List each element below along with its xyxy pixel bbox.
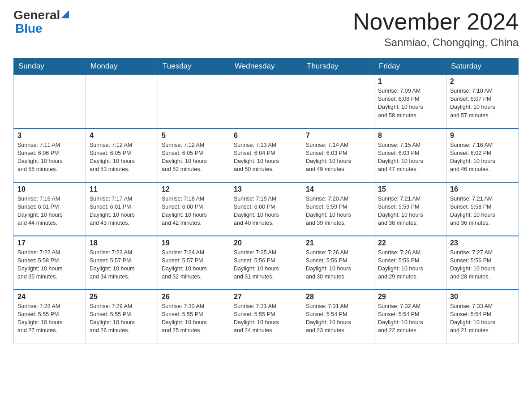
day-info: Sunrise: 7:26 AM Sunset: 5:56 PM Dayligh… xyxy=(306,248,370,281)
day-info: Sunrise: 7:26 AM Sunset: 5:56 PM Dayligh… xyxy=(378,248,442,281)
calendar-week-5: 24Sunrise: 7:28 AM Sunset: 5:55 PM Dayli… xyxy=(14,290,519,343)
day-number: 20 xyxy=(234,239,298,247)
day-info: Sunrise: 7:21 AM Sunset: 5:58 PM Dayligh… xyxy=(450,195,515,227)
day-info: Sunrise: 7:23 AM Sunset: 5:57 PM Dayligh… xyxy=(90,248,154,281)
calendar-cell: 20Sunrise: 7:25 AM Sunset: 5:56 PM Dayli… xyxy=(230,236,302,290)
day-info: Sunrise: 7:32 AM Sunset: 5:54 PM Dayligh… xyxy=(378,302,442,335)
weekday-header-tuesday: Tuesday xyxy=(158,58,230,75)
calendar-cell xyxy=(14,75,86,128)
calendar-cell: 26Sunrise: 7:30 AM Sunset: 5:55 PM Dayli… xyxy=(158,290,230,343)
calendar-week-1: 1Sunrise: 7:09 AM Sunset: 6:08 PM Daylig… xyxy=(14,75,519,128)
day-number: 10 xyxy=(17,185,82,193)
day-info: Sunrise: 7:13 AM Sunset: 6:04 PM Dayligh… xyxy=(234,141,298,174)
calendar-cell: 17Sunrise: 7:22 AM Sunset: 5:58 PM Dayli… xyxy=(14,236,86,290)
day-number: 15 xyxy=(378,185,442,193)
day-number: 2 xyxy=(450,77,515,86)
logo: General Blue xyxy=(13,9,69,36)
weekday-header-thursday: Thursday xyxy=(302,58,374,75)
day-info: Sunrise: 7:18 AM Sunset: 6:00 PM Dayligh… xyxy=(162,195,226,227)
day-number: 9 xyxy=(450,132,515,140)
calendar-cell: 22Sunrise: 7:26 AM Sunset: 5:56 PM Dayli… xyxy=(374,236,446,290)
day-info: Sunrise: 7:24 AM Sunset: 5:57 PM Dayligh… xyxy=(162,248,226,281)
day-info: Sunrise: 7:25 AM Sunset: 5:56 PM Dayligh… xyxy=(234,248,298,281)
day-info: Sunrise: 7:16 AM Sunset: 6:02 PM Dayligh… xyxy=(450,141,515,174)
day-info: Sunrise: 7:12 AM Sunset: 6:05 PM Dayligh… xyxy=(90,141,154,174)
day-info: Sunrise: 7:33 AM Sunset: 5:54 PM Dayligh… xyxy=(450,302,515,335)
day-number: 17 xyxy=(17,239,82,247)
logo-general: General xyxy=(13,9,60,21)
calendar-cell: 19Sunrise: 7:24 AM Sunset: 5:57 PM Dayli… xyxy=(158,236,230,290)
page-header: General Blue November 2024 Sanmiao, Chon… xyxy=(13,9,519,49)
day-info: Sunrise: 7:10 AM Sunset: 6:07 PM Dayligh… xyxy=(450,87,515,120)
day-info: Sunrise: 7:21 AM Sunset: 5:59 PM Dayligh… xyxy=(378,195,442,227)
day-number: 7 xyxy=(306,132,370,140)
logo-blue: Blue xyxy=(15,21,43,35)
weekday-header-saturday: Saturday xyxy=(446,58,519,75)
day-number: 28 xyxy=(306,293,370,301)
day-number: 30 xyxy=(450,293,515,301)
calendar-cell xyxy=(230,75,302,128)
day-info: Sunrise: 7:19 AM Sunset: 6:00 PM Dayligh… xyxy=(234,195,298,227)
calendar-cell xyxy=(302,75,374,128)
calendar-cell: 3Sunrise: 7:11 AM Sunset: 6:06 PM Daylig… xyxy=(14,128,86,182)
calendar-cell: 14Sunrise: 7:20 AM Sunset: 5:59 PM Dayli… xyxy=(302,182,374,236)
calendar-cell: 8Sunrise: 7:15 AM Sunset: 6:03 PM Daylig… xyxy=(374,128,446,182)
calendar-cell: 25Sunrise: 7:29 AM Sunset: 5:55 PM Dayli… xyxy=(86,290,158,343)
calendar-cell: 24Sunrise: 7:28 AM Sunset: 5:55 PM Dayli… xyxy=(14,290,86,343)
day-info: Sunrise: 7:14 AM Sunset: 6:03 PM Dayligh… xyxy=(306,141,370,174)
day-number: 14 xyxy=(306,185,370,193)
calendar-week-4: 17Sunrise: 7:22 AM Sunset: 5:58 PM Dayli… xyxy=(14,236,519,290)
calendar-cell: 2Sunrise: 7:10 AM Sunset: 6:07 PM Daylig… xyxy=(446,75,519,128)
calendar-cell: 5Sunrise: 7:12 AM Sunset: 6:05 PM Daylig… xyxy=(158,128,230,182)
day-info: Sunrise: 7:31 AM Sunset: 5:55 PM Dayligh… xyxy=(234,302,298,335)
day-number: 26 xyxy=(162,293,226,301)
calendar-cell: 18Sunrise: 7:23 AM Sunset: 5:57 PM Dayli… xyxy=(86,236,158,290)
day-info: Sunrise: 7:15 AM Sunset: 6:03 PM Dayligh… xyxy=(378,141,442,174)
day-number: 23 xyxy=(450,239,515,247)
day-number: 5 xyxy=(162,132,226,140)
day-info: Sunrise: 7:17 AM Sunset: 6:01 PM Dayligh… xyxy=(90,195,154,227)
calendar-cell xyxy=(158,75,230,128)
day-number: 12 xyxy=(162,185,226,193)
day-number: 21 xyxy=(306,239,370,247)
day-info: Sunrise: 7:11 AM Sunset: 6:06 PM Dayligh… xyxy=(17,141,82,174)
calendar-cell: 27Sunrise: 7:31 AM Sunset: 5:55 PM Dayli… xyxy=(230,290,302,343)
day-number: 16 xyxy=(450,185,515,193)
day-info: Sunrise: 7:16 AM Sunset: 6:01 PM Dayligh… xyxy=(17,195,82,227)
day-info: Sunrise: 7:09 AM Sunset: 6:08 PM Dayligh… xyxy=(378,87,442,120)
day-number: 6 xyxy=(234,132,298,140)
weekday-header-monday: Monday xyxy=(86,58,158,75)
day-number: 4 xyxy=(90,132,154,140)
location: Sanmiao, Chongqing, China xyxy=(353,36,519,49)
day-number: 13 xyxy=(234,185,298,193)
calendar-cell: 16Sunrise: 7:21 AM Sunset: 5:58 PM Dayli… xyxy=(446,182,519,236)
calendar-cell: 13Sunrise: 7:19 AM Sunset: 6:00 PM Dayli… xyxy=(230,182,302,236)
calendar-cell: 30Sunrise: 7:33 AM Sunset: 5:54 PM Dayli… xyxy=(446,290,519,343)
svg-marker-0 xyxy=(61,10,69,18)
day-info: Sunrise: 7:27 AM Sunset: 5:56 PM Dayligh… xyxy=(450,248,515,281)
day-info: Sunrise: 7:22 AM Sunset: 5:58 PM Dayligh… xyxy=(17,248,82,281)
day-info: Sunrise: 7:30 AM Sunset: 5:55 PM Dayligh… xyxy=(162,302,226,335)
calendar-cell: 23Sunrise: 7:27 AM Sunset: 5:56 PM Dayli… xyxy=(446,236,519,290)
calendar-week-2: 3Sunrise: 7:11 AM Sunset: 6:06 PM Daylig… xyxy=(14,128,519,182)
calendar-cell: 28Sunrise: 7:31 AM Sunset: 5:54 PM Dayli… xyxy=(302,290,374,343)
day-number: 27 xyxy=(234,293,298,301)
day-number: 25 xyxy=(90,293,154,301)
calendar-cell: 12Sunrise: 7:18 AM Sunset: 6:00 PM Dayli… xyxy=(158,182,230,236)
day-info: Sunrise: 7:29 AM Sunset: 5:55 PM Dayligh… xyxy=(90,302,154,335)
calendar-cell: 21Sunrise: 7:26 AM Sunset: 5:56 PM Dayli… xyxy=(302,236,374,290)
calendar-cell: 7Sunrise: 7:14 AM Sunset: 6:03 PM Daylig… xyxy=(302,128,374,182)
calendar-cell: 6Sunrise: 7:13 AM Sunset: 6:04 PM Daylig… xyxy=(230,128,302,182)
title-section: November 2024 Sanmiao, Chongqing, China xyxy=(353,9,519,49)
logo-triangle-icon xyxy=(61,10,69,18)
day-info: Sunrise: 7:20 AM Sunset: 5:59 PM Dayligh… xyxy=(306,195,370,227)
calendar-table: SundayMondayTuesdayWednesdayThursdayFrid… xyxy=(13,58,519,343)
day-info: Sunrise: 7:31 AM Sunset: 5:54 PM Dayligh… xyxy=(306,302,370,335)
calendar-cell xyxy=(86,75,158,128)
calendar-cell: 9Sunrise: 7:16 AM Sunset: 6:02 PM Daylig… xyxy=(446,128,519,182)
calendar-cell: 10Sunrise: 7:16 AM Sunset: 6:01 PM Dayli… xyxy=(14,182,86,236)
day-number: 11 xyxy=(90,185,154,193)
month-title: November 2024 xyxy=(353,9,519,34)
day-number: 3 xyxy=(17,132,82,140)
weekday-header-row: SundayMondayTuesdayWednesdayThursdayFrid… xyxy=(14,58,519,75)
